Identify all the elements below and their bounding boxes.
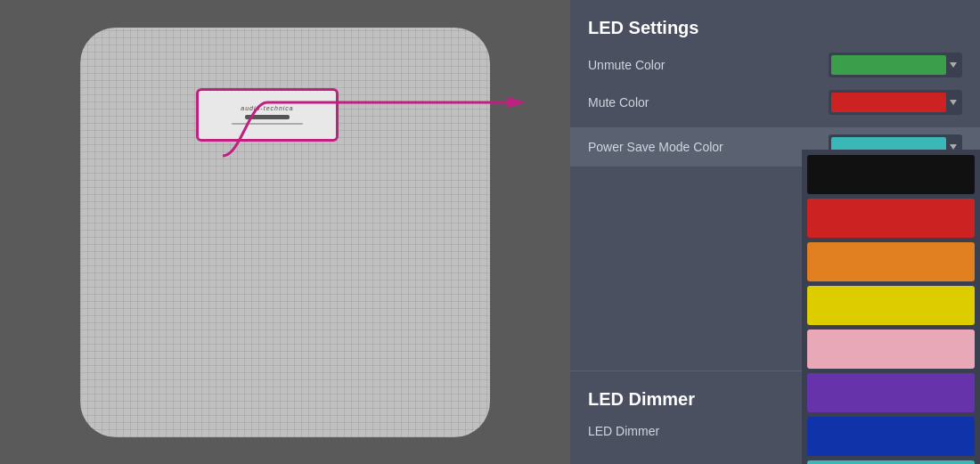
color-option-blue[interactable] <box>807 417 975 456</box>
color-picker-panel: + <box>802 150 980 464</box>
svg-marker-1 <box>508 97 526 108</box>
mute-dropdown-arrow <box>950 100 957 105</box>
mute-color-swatch <box>831 93 946 112</box>
mute-color-dropdown[interactable] <box>829 90 962 115</box>
led-dimmer-title: LED Dimmer <box>588 389 784 410</box>
unmute-label: Unmute Color <box>588 58 665 72</box>
led-settings-title: LED Settings <box>588 18 962 38</box>
color-option-orange[interactable] <box>807 242 975 281</box>
power-save-label: Power Save Mode Color <box>588 140 723 154</box>
arrow-graphic <box>223 85 579 177</box>
color-option-black[interactable] <box>807 155 975 194</box>
color-option-teal[interactable] <box>807 460 975 464</box>
unmute-color-dropdown[interactable] <box>829 53 962 77</box>
mute-label: Mute Color <box>588 95 649 110</box>
settings-panel: LED Settings Unmute Color Mute Color Pow… <box>570 0 980 464</box>
mute-color-row: Mute Color <box>588 90 962 115</box>
color-option-pink[interactable] <box>807 330 975 369</box>
unmute-dropdown-arrow <box>950 62 957 68</box>
led-dimmer-section: LED Dimmer LED Dimmer <box>570 370 802 464</box>
led-dimmer-row: LED Dimmer <box>588 424 784 438</box>
color-option-red[interactable] <box>807 199 975 238</box>
color-option-purple[interactable] <box>807 373 975 412</box>
unmute-color-row: Unmute Color <box>588 53 962 77</box>
device-panel: audio-technica <box>0 0 570 464</box>
color-option-yellow[interactable] <box>807 286 975 325</box>
unmute-color-swatch <box>831 55 946 75</box>
led-dimmer-label: LED Dimmer <box>588 424 659 438</box>
